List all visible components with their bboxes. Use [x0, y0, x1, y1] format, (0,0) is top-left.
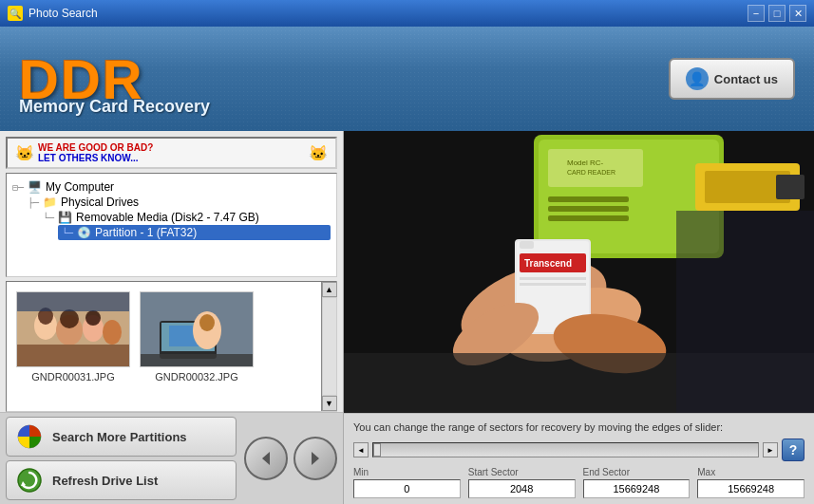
tree-item-removable[interactable]: └─ 💾 Removable Media (Disk2 - 7.47 GB) — [43, 210, 331, 225]
close-button[interactable]: ✕ — [789, 5, 806, 22]
maximize-button[interactable]: □ — [768, 5, 786, 22]
thumbnail-label-1: GNDR00031.JPG — [31, 371, 114, 383]
contact-button[interactable]: 👤 Contact us — [669, 58, 795, 100]
slider-right-arrow[interactable]: ► — [763, 442, 778, 457]
slider-track[interactable] — [372, 442, 759, 457]
banner-right-icon: 🐱 — [309, 144, 328, 162]
svg-text:CARD READER: CARD READER — [567, 169, 615, 176]
svg-point-7 — [60, 309, 79, 328]
thumbnail-label-2: GNDR00032.JPG — [155, 371, 237, 383]
tree-item-partition[interactable]: └─ 💿 Partition - 1 (FAT32) — [58, 225, 331, 240]
left-panel: 🐱 WE ARE GOOD OR BAD? LET OTHERS KNOW...… — [0, 131, 344, 504]
preview-image: Model RC- CARD READER Transcend — [344, 131, 814, 413]
svg-rect-40 — [520, 277, 586, 280]
start-sector-label: Start Sector — [468, 467, 576, 477]
forward-icon — [306, 449, 325, 468]
scrollbar[interactable]: ▲ ▼ — [321, 282, 336, 411]
app-icon: 🔍 — [8, 6, 23, 21]
svg-text:Model RC-: Model RC- — [567, 159, 604, 167]
svg-rect-42 — [520, 241, 534, 249]
tree-label-physical: Physical Drives — [61, 196, 139, 209]
svg-marker-21 — [312, 452, 319, 465]
back-button[interactable] — [244, 437, 288, 480]
scroll-up-button[interactable]: ▲ — [322, 282, 337, 297]
refresh-icon — [16, 467, 43, 494]
min-group: Min — [353, 467, 461, 498]
svg-rect-46 — [676, 211, 814, 414]
svg-rect-29 — [548, 206, 629, 212]
thumbnail-image-2 — [140, 291, 254, 367]
end-sector-input[interactable] — [583, 479, 691, 498]
start-sector-group: Start Sector — [468, 467, 576, 498]
svg-point-15 — [199, 314, 215, 331]
folder-icon: 📁 — [43, 196, 57, 209]
thumbnail-item-1[interactable]: GNDR00031.JPG — [16, 291, 130, 383]
slider-row: ◄ ► ? — [353, 439, 805, 461]
thumbnail-container: GNDR00031.JPG — [6, 281, 337, 412]
scroll-thumb[interactable] — [322, 297, 337, 396]
values-row: Min Start Sector End Sector Max — [353, 467, 805, 498]
pie-chart-icon — [16, 423, 43, 450]
help-button[interactable]: ? — [782, 439, 805, 461]
title-bar-controls: − □ ✕ — [748, 5, 806, 22]
tree-label-partition: Partition - 1 (FAT32) — [95, 226, 197, 239]
svg-point-4 — [103, 320, 122, 345]
search-partitions-button[interactable]: Search More Partitions — [6, 417, 237, 457]
banner: 🐱 WE ARE GOOD OR BAD? LET OTHERS KNOW...… — [6, 137, 337, 169]
max-input[interactable] — [697, 479, 805, 498]
svg-rect-9 — [17, 292, 130, 311]
drive-icon: 💾 — [58, 211, 72, 224]
refresh-drives-button[interactable]: Refresh Drive List — [6, 460, 237, 500]
thumbnail-area[interactable]: GNDR00031.JPG — [7, 282, 321, 411]
header-left: DDR Memory Card Recovery — [19, 47, 144, 111]
svg-rect-33 — [776, 175, 805, 199]
thumbnail-image-1 — [16, 291, 130, 367]
banner-line1: WE ARE GOOD OR BAD? — [38, 142, 153, 153]
slider-description: You can change the range of sectors for … — [353, 421, 805, 433]
end-sector-group: End Sector — [583, 467, 691, 498]
contact-label: Contact us — [714, 72, 778, 86]
minimize-button[interactable]: − — [748, 5, 765, 22]
svg-rect-25 — [548, 149, 643, 187]
action-buttons-group: Search More Partitions Refresh Drive Lis… — [6, 417, 237, 500]
min-input[interactable] — [353, 479, 461, 498]
main-content: 🐱 WE ARE GOOD OR BAD? LET OTHERS KNOW...… — [0, 131, 814, 504]
start-sector-input[interactable] — [468, 479, 576, 498]
nav-buttons — [237, 437, 337, 480]
title-bar-left: 🔍 Photo Search — [8, 6, 98, 21]
max-group: Max — [697, 467, 805, 498]
svg-point-8 — [85, 310, 101, 326]
header: DDR Memory Card Recovery 👤 Contact us — [0, 27, 814, 131]
app-subtitle: Memory Card Recovery — [19, 97, 210, 117]
right-panel: Model RC- CARD READER Transcend — [344, 131, 814, 504]
forward-button[interactable] — [293, 437, 337, 480]
slider-left-arrow[interactable]: ◄ — [353, 442, 369, 457]
banner-text: WE ARE GOOD OR BAD? LET OTHERS KNOW... — [38, 142, 153, 163]
tree-connector-3: └─ — [43, 213, 54, 223]
banner-icon: 🐱 — [15, 144, 34, 162]
thumbnail-item-2[interactable]: GNDR00032.JPG — [140, 291, 254, 383]
back-icon — [256, 449, 275, 468]
tree-item-computer[interactable]: ⊟─ 🖥️ My Computer — [12, 179, 331, 195]
svg-rect-30 — [548, 215, 629, 221]
title-bar: 🔍 Photo Search − □ ✕ — [0, 0, 814, 27]
min-label: Min — [353, 467, 461, 477]
banner-line2: LET OTHERS KNOW... — [38, 153, 153, 163]
end-sector-label: End Sector — [583, 467, 691, 477]
tree-label-removable: Removable Media (Disk2 - 7.47 GB) — [76, 211, 259, 224]
bottom-section: Search More Partitions Refresh Drive Lis… — [0, 412, 343, 504]
svg-marker-20 — [262, 452, 270, 465]
slider-thumb-left[interactable] — [373, 443, 381, 457]
tree-connector-2: ├─ — [28, 197, 39, 208]
scroll-down-button[interactable]: ▼ — [322, 396, 337, 411]
tree-connector-4: └─ — [62, 228, 73, 238]
contact-icon: 👤 — [686, 67, 709, 90]
svg-text:Transcend: Transcend — [524, 258, 572, 269]
max-label: Max — [697, 467, 805, 477]
computer-icon: 🖥️ — [28, 180, 42, 194]
window-title: Photo Search — [28, 7, 98, 20]
tree-item-physical-drives[interactable]: ├─ 📁 Physical Drives — [28, 195, 331, 210]
bottom-controls: You can change the range of sectors for … — [344, 413, 814, 504]
tree-view[interactable]: ⊟─ 🖥️ My Computer ├─ 📁 Physical Drives └… — [6, 173, 337, 277]
tree-label-computer: My Computer — [46, 180, 114, 194]
